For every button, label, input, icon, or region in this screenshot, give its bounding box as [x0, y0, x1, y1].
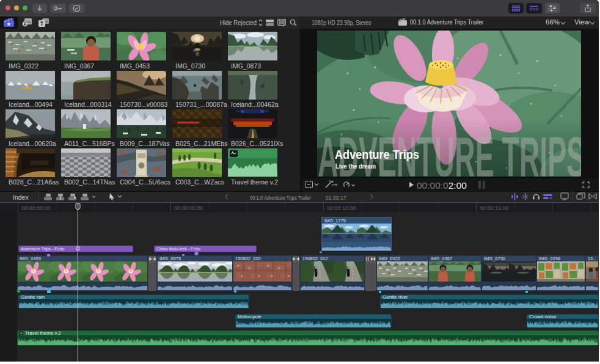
svg-text:00:00:10:00: 00:00:10:00 — [327, 205, 356, 211]
svg-text:IMG_0298: IMG_0298 — [539, 256, 560, 261]
svg-text:IMG_0322: IMG_0322 — [379, 256, 400, 261]
svg-text:IMG_1775: IMG_1775 — [324, 218, 346, 224]
svg-text:Adventure Trips: Adventure Trips — [335, 148, 419, 161]
svg-text:00:00:05:00: 00:00:05:00 — [174, 205, 203, 211]
svg-text:IMG_0367: IMG_0367 — [431, 256, 452, 261]
svg-text:Gentle rain: Gentle rain — [21, 294, 45, 300]
svg-text:15...: 15... — [588, 256, 597, 261]
svg-text:Motorcycle: Motorcycle — [238, 314, 262, 319]
svg-text:Gentle river: Gentle river — [382, 294, 408, 300]
svg-text:IMG_0730: IMG_0730 — [484, 256, 505, 261]
svg-text:Live the dream: Live the dream — [335, 162, 376, 170]
svg-text:Crowd noise: Crowd noise — [529, 314, 557, 319]
svg-text:IMG_0453: IMG_0453 — [20, 256, 41, 261]
svg-text:00:00:15:00: 00:00:15:00 — [480, 205, 509, 211]
svg-text:Travel theme v.2: Travel theme v.2 — [25, 330, 61, 336]
svg-text:00:00:00:00: 00:00:00:00 — [21, 205, 51, 211]
svg-text:150802_012: 150802_012 — [302, 256, 328, 261]
svg-text:IMG_0873: IMG_0873 — [159, 256, 181, 261]
svg-text:150802_020: 150802_020 — [235, 256, 261, 261]
